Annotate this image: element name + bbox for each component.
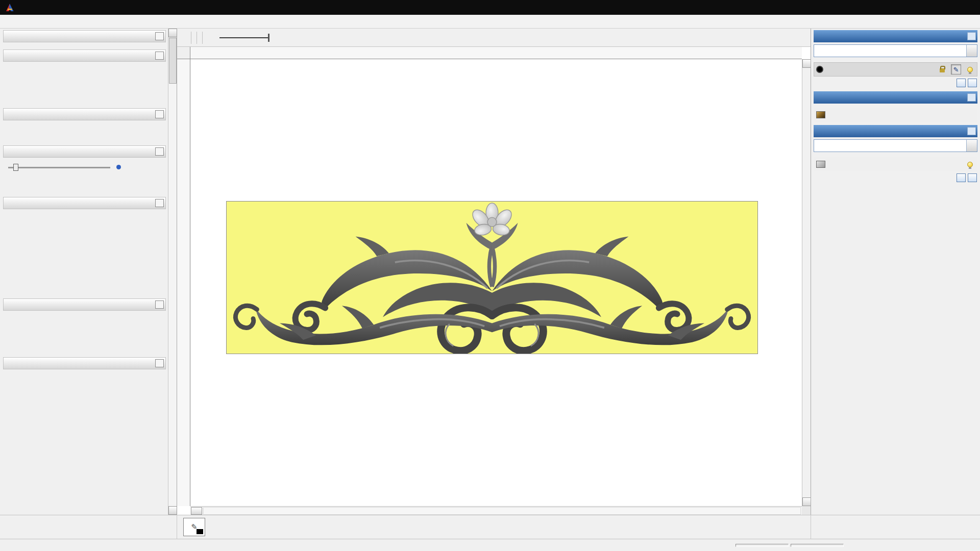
vectors-header [814,30,977,42]
bitmap-tools-row [3,172,166,193]
scroll-down-icon[interactable] [802,497,811,506]
menu-bar [0,15,980,29]
assistant-scrollbar[interactable] [168,29,177,515]
chevron-down-icon[interactable] [966,45,977,57]
slider-end-dot [116,165,121,169]
relief-tools-row-1 [3,369,166,391]
status-bar [0,539,980,551]
close-button[interactable] [957,0,980,15]
artcam-logo-icon [3,2,16,13]
line-width-handle[interactable] [268,34,270,42]
assistant-panel [0,29,177,515]
toolbar-separator [202,32,203,44]
line-width-track [219,37,268,38]
layer-colour-swatch[interactable] [816,66,823,73]
file-toolbar-row-2 [3,83,166,105]
model-viewport[interactable] [190,59,802,506]
view-toolbar [177,29,811,47]
position-tools-header [3,298,166,311]
ruler-origin-corner[interactable] [177,47,190,59]
bitmap-tools-header [3,145,166,158]
bottom-strip: ✎ [0,515,980,539]
vector-tools-row-1 [3,209,166,231]
vertical-scrollbar[interactable] [802,59,811,506]
bitmap-layer-row[interactable] [814,108,977,122]
move-layer-up-icon[interactable] [957,173,966,182]
pane-splitter-icon[interactable] [191,507,202,515]
horizontal-scrollbar[interactable] [190,506,802,515]
relief-ornament [227,202,757,354]
canvas-column [177,29,811,515]
horizontal-scroll-track[interactable] [203,507,801,515]
vector-tools-row-4 [3,273,166,295]
bitmap-layer-thumbnail [816,111,825,118]
project-information-collapse-icon[interactable] [155,32,164,40]
maximize-button[interactable] [933,0,957,15]
layers-panel: ✎ [811,29,980,515]
palette-strip: ✎ [177,515,811,539]
scroll-up-icon[interactable] [168,29,177,37]
slider-track[interactable] [8,167,110,168]
layers-tab-strip [811,515,980,539]
scroll-up-icon[interactable] [802,59,811,68]
vectors-toolbar [814,58,977,62]
cursor-x-readout [736,544,789,547]
position-tools-row-2 [3,332,166,354]
position-tools-row-1 [3,311,166,332]
scrollbar-corner [802,506,811,515]
bitmaps-collapse-icon[interactable] [967,93,976,102]
slider-handle[interactable] [13,164,18,171]
vector-tools-header [3,197,166,209]
sheet-select[interactable] [814,44,977,57]
scrollbar-thumb[interactable] [169,38,177,84]
project-information-body [3,42,166,46]
scroll-down-icon[interactable] [168,506,177,515]
active-colour-indicator[interactable]: ✎ [183,518,205,536]
layer-visibility-icon[interactable] [965,159,975,169]
relief-tools-collapse-icon[interactable] [155,359,164,367]
move-layer-down-icon[interactable] [968,173,977,182]
vector-tools-row-2 [3,231,166,252]
brush-diameter-slider[interactable] [8,163,126,172]
model-artboard[interactable] [226,201,758,354]
brush-diameter-line [3,158,166,161]
toolbar-separator [191,32,191,44]
model-section-collapse-icon[interactable] [155,110,164,118]
file-section-collapse-icon[interactable] [155,52,164,60]
layer-edit-icon[interactable]: ✎ [951,64,961,74]
bitmaps-header [814,91,977,104]
vector-tools-row-3 [3,252,166,273]
vector-layer-order-buttons [814,77,977,88]
relief-tools-row-4 [3,434,166,455]
main-area: ✎ [0,29,980,515]
relief-layer-order-buttons [814,171,977,183]
line-width-control[interactable] [219,34,270,42]
ruler-left [177,59,190,506]
layer-lock-icon[interactable] [937,64,947,74]
position-tools-collapse-icon[interactable] [155,300,164,309]
chevron-down-icon[interactable] [966,140,977,152]
cursor-position [736,544,844,547]
ruler-top [190,47,802,59]
toggle-3d-view-button[interactable] [181,37,188,38]
relief-layer-row[interactable] [814,157,977,171]
relief-select[interactable] [814,139,977,152]
canvas-area [177,47,811,515]
model-toolbar-row [3,120,166,142]
assistant-tab-strip [0,515,177,539]
file-toolbar-row-1 [3,62,166,83]
toolbar-separator [197,32,197,44]
minimize-button[interactable] [910,0,933,15]
vectors-collapse-icon[interactable] [967,32,976,40]
vector-tools-collapse-icon[interactable] [155,199,164,207]
move-layer-down-icon[interactable] [968,79,977,87]
layer-visibility-icon[interactable] [965,64,975,74]
reliefs-toolbar [814,153,977,157]
relief-tools-row-3 [3,412,166,434]
move-layer-up-icon[interactable] [957,79,966,87]
vector-layer-row[interactable]: ✎ [814,62,977,77]
artcam-window: ✎ [0,0,980,551]
relief-tools-row-2 [3,391,166,412]
reliefs-collapse-icon[interactable] [967,127,976,135]
bitmap-tools-collapse-icon[interactable] [155,147,164,156]
